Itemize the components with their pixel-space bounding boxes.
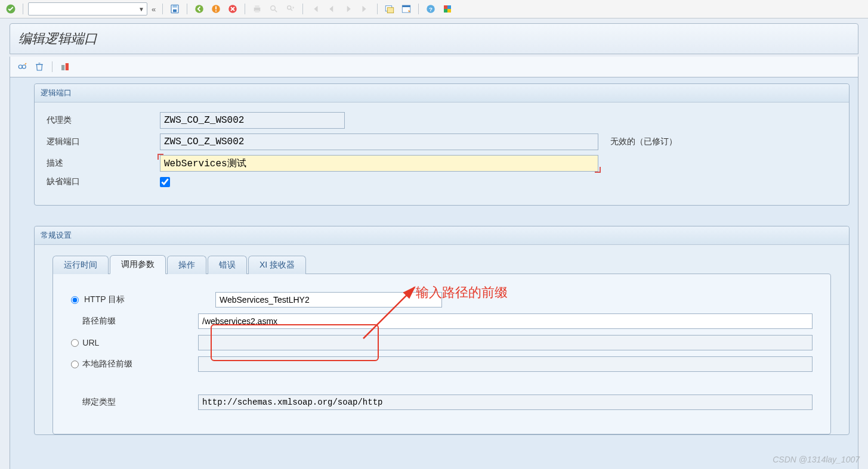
separator — [377, 4, 378, 14]
svg-rect-26 — [66, 63, 69, 70]
active-icon[interactable] — [58, 60, 72, 73]
default-port-checkbox[interactable] — [160, 177, 170, 187]
first-icon — [308, 2, 322, 16]
svg-rect-3 — [173, 10, 177, 13]
help-icon[interactable]: ? — [424, 2, 438, 16]
svg-rect-10 — [255, 10, 260, 13]
last-icon — [358, 2, 372, 16]
desc-label: 描述 — [47, 158, 160, 169]
local-prefix-radio[interactable] — [71, 361, 79, 368]
tab-errors[interactable]: 错误 — [208, 256, 247, 274]
svg-rect-14 — [387, 8, 394, 13]
local-prefix-field — [198, 356, 813, 372]
status-badge: 无效的（已修订） — [610, 136, 677, 147]
svg-point-24 — [22, 65, 26, 69]
separator — [418, 4, 419, 14]
cancel-icon[interactable] — [226, 2, 240, 16]
svg-rect-21 — [444, 9, 447, 13]
http-target-radio[interactable] — [71, 296, 79, 304]
svg-rect-16 — [402, 5, 410, 7]
focus-corner-icon — [595, 167, 601, 173]
svg-point-23 — [18, 65, 22, 69]
find-icon — [267, 2, 281, 16]
binding-type-label: 绑定类型 — [82, 397, 198, 408]
findnext-icon — [283, 2, 298, 16]
group-general-settings: 常规设置 运行时间 调用参数 操作 错误 XI 接收器 HTTP 目标 路径前缀 — [34, 226, 850, 435]
svg-point-12 — [288, 6, 291, 10]
separator — [52, 61, 52, 72]
proxy-class-field — [160, 112, 345, 129]
tab-panel-call-params: HTTP 目标 路径前缀 URL 本地路径前缀 — [52, 274, 831, 434]
svg-point-4 — [195, 5, 203, 13]
watermark: CSDN @1314lay_1007 — [773, 455, 860, 464]
tab-xi-receiver[interactable]: XI 接收器 — [248, 256, 306, 274]
svg-text:?: ? — [429, 6, 433, 13]
separator — [187, 4, 187, 14]
url-label: URL — [82, 338, 198, 347]
color-icon[interactable] — [440, 2, 455, 16]
separator — [23, 4, 23, 14]
ok-button[interactable] — [4, 2, 18, 16]
separator — [302, 4, 303, 14]
desc-field[interactable] — [160, 155, 598, 172]
svg-rect-20 — [447, 5, 451, 9]
url-field — [198, 335, 813, 350]
page-title: 编辑逻辑端口 — [10, 23, 858, 54]
print-icon — [250, 2, 264, 16]
history-chevron-icon[interactable]: « — [150, 5, 157, 14]
save-icon[interactable] — [168, 2, 182, 16]
top-toolbar: ▼ « ? — [0, 0, 868, 18]
local-prefix-label: 本地路径前缀 — [82, 359, 198, 369]
svg-rect-2 — [172, 5, 177, 8]
svg-rect-9 — [255, 5, 260, 8]
http-target-field[interactable] — [215, 292, 442, 308]
tab-operations[interactable]: 操作 — [167, 256, 206, 274]
default-port-label: 缺省端口 — [47, 176, 160, 187]
logical-port-field — [160, 133, 598, 150]
proxy-class-label: 代理类 — [47, 115, 160, 126]
delete-icon[interactable] — [33, 60, 46, 73]
http-target-label: HTTP 目标 — [84, 294, 215, 305]
logical-port-label: 逻辑端口 — [47, 136, 160, 147]
content-area: 逻辑端口 代理类 逻辑端口 无效的（已修订） 描述 缺省端口 — [10, 77, 858, 469]
group-legend: 常规设置 — [35, 226, 849, 245]
binding-type-field — [198, 395, 813, 410]
prevpage-icon — [325, 2, 339, 16]
separator — [245, 4, 245, 14]
command-field[interactable]: ▼ — [28, 2, 147, 15]
url-radio[interactable] — [71, 339, 79, 347]
layout-icon[interactable] — [399, 2, 413, 16]
tab-runtime[interactable]: 运行时间 — [52, 256, 109, 274]
end-icon[interactable] — [209, 2, 223, 16]
path-prefix-label: 路径前缀 — [82, 316, 198, 327]
svg-rect-25 — [61, 65, 64, 70]
tab-call-params[interactable]: 调用参数 — [110, 255, 166, 274]
svg-rect-22 — [447, 9, 451, 13]
svg-point-6 — [215, 10, 217, 11]
edit-icon[interactable] — [16, 60, 29, 73]
group-legend: 逻辑端口 — [35, 84, 849, 103]
back-icon[interactable] — [192, 2, 206, 16]
group-logical-port: 逻辑端口 代理类 逻辑端口 无效的（已修订） 描述 缺省端口 — [34, 83, 850, 206]
path-prefix-field[interactable] — [198, 313, 813, 329]
svg-point-11 — [271, 6, 276, 11]
separator — [162, 4, 163, 14]
nextpage-icon — [341, 2, 356, 16]
tabs: 运行时间 调用参数 操作 错误 XI 接收器 — [35, 254, 849, 274]
session-icon[interactable] — [382, 2, 397, 16]
svg-rect-19 — [444, 5, 447, 9]
sub-toolbar — [10, 57, 858, 77]
